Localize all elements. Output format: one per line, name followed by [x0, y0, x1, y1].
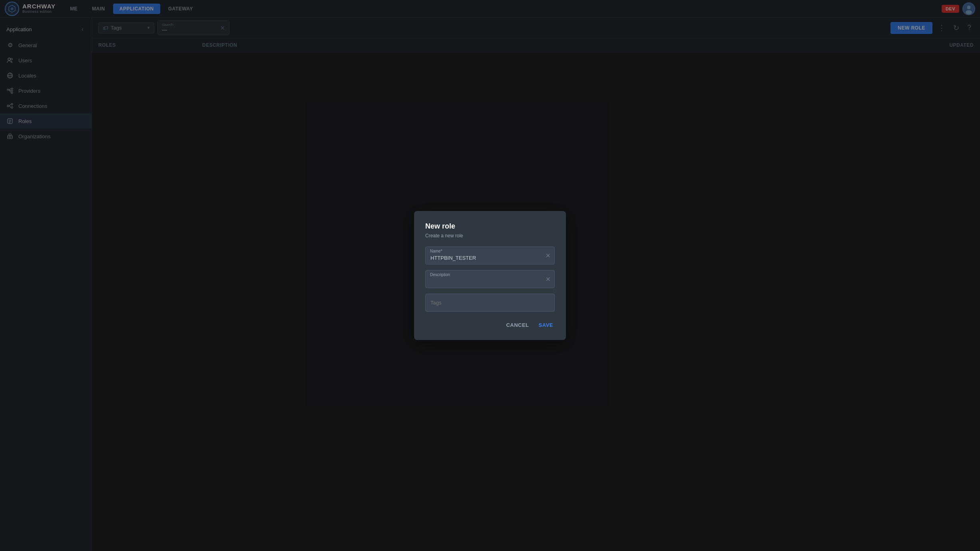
modal-title: New role: [425, 222, 555, 231]
cancel-button[interactable]: CANCEL: [504, 320, 530, 330]
description-input[interactable]: [425, 270, 555, 288]
description-field: Description ✕: [425, 270, 555, 288]
modal-subtitle: Create a new role: [425, 233, 555, 239]
name-input[interactable]: [425, 247, 555, 265]
tags-input[interactable]: [425, 294, 555, 312]
save-button[interactable]: SAVE: [537, 320, 555, 330]
name-field: Name* ✕: [425, 247, 555, 265]
name-clear-icon[interactable]: ✕: [546, 252, 551, 259]
description-clear-icon[interactable]: ✕: [546, 276, 551, 283]
new-role-modal: New role Create a new role Name* ✕ Descr…: [414, 211, 566, 340]
modal-actions: CANCEL SAVE: [425, 320, 555, 330]
tags-field: [425, 294, 555, 312]
modal-overlay: New role Create a new role Name* ✕ Descr…: [0, 0, 980, 551]
